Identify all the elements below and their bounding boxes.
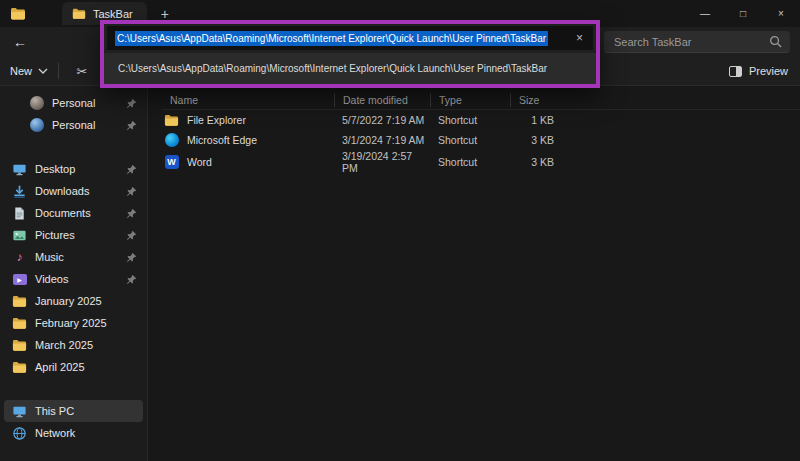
pin-icon [126,274,137,285]
pin-icon [126,208,137,219]
pin-icon [126,98,137,109]
folder-icon [164,113,179,128]
sidebar-item-documents[interactable]: Documents [0,202,147,224]
address-suggestion-item[interactable]: C:\Users\Asus\AppData\Roaming\Microsoft\… [104,53,596,84]
folder-icon [12,294,27,309]
sidebar-item-label: Pictures [35,229,75,241]
word-icon: W [164,155,179,170]
chevron-down-icon [38,68,48,74]
videos-icon: ▶ [12,272,27,287]
network-icon [12,426,27,441]
file-name: Microsoft Edge [187,134,257,146]
sidebar-spacer [0,136,147,158]
file-name: File Explorer [187,114,246,126]
preview-toggle[interactable]: Preview [729,65,788,77]
sidebar-item-label: April 2025 [35,361,85,373]
sidebar-item-label: Desktop [35,163,75,175]
sidebar-item-desktop[interactable]: Desktop [0,158,147,180]
file-type: Shortcut [430,134,510,146]
sidebar-item-january-2025[interactable]: January 2025 [0,290,147,312]
avatar [30,96,44,110]
folder-icon [12,360,27,375]
file-size: 3 KB [510,156,568,168]
pin-icon [126,230,137,241]
file-type: Shortcut [430,156,510,168]
maximize-button[interactable]: □ [724,0,762,27]
sidebar-item-april-2025[interactable]: April 2025 [0,356,147,378]
search-box [604,31,790,53]
this-pc-icon [12,404,27,419]
folder-icon [12,338,27,353]
minimize-button[interactable]: — [686,0,724,27]
sidebar-item-network[interactable]: Network [0,422,147,444]
toolbar-divider [58,63,59,79]
sidebar-item-this-pc[interactable]: This PC [4,400,143,422]
sidebar-item-music[interactable]: ♪ Music [0,246,147,268]
file-name-cell: File Explorer [162,113,334,128]
preview-icon [729,66,742,77]
column-header-name[interactable]: Name [162,93,334,107]
pin-icon [126,164,137,175]
pin-icon [126,186,137,197]
preview-label: Preview [749,65,788,77]
file-name-cell: W Word [162,155,334,170]
sidebar-item-personal-1[interactable]: Personal [0,92,147,114]
table-row-word[interactable]: W Word 3/19/2024 2:57 PM Shortcut 3 KB [162,150,800,170]
column-header-size[interactable]: Size [510,93,568,107]
sidebar-item-label: This PC [35,405,74,417]
sidebar-item-videos[interactable]: ▶ Videos [0,268,147,290]
sidebar-item-label: March 2025 [35,339,93,351]
tab-title: TaskBar [93,8,133,20]
pin-icon [126,120,137,131]
sidebar-item-pictures[interactable]: Pictures [0,224,147,246]
downloads-icon [12,184,27,199]
file-type: Shortcut [430,114,510,126]
explorer-app-icon [10,6,26,22]
sidebar-item-label: Personal [52,119,95,131]
annotation-highlight: C:\Users\Asus\AppData\Roaming\Microsoft\… [100,20,600,88]
music-icon: ♪ [12,250,27,265]
navigation-pane: Personal Personal Desktop Downloads [0,86,148,461]
clear-address-button[interactable]: × [574,31,585,45]
sidebar-spacer [0,378,147,400]
column-header-row: Name Date modified Type Size [162,90,800,110]
sidebar-item-personal-2[interactable]: Personal [0,114,147,136]
cut-button[interactable]: ✂ [69,59,95,83]
sidebar-item-label: January 2025 [35,295,102,307]
column-header-type[interactable]: Type [430,93,510,107]
column-header-date-modified[interactable]: Date modified [334,93,430,107]
file-list: Name Date modified Type Size File Explor… [148,86,800,461]
address-bar-input[interactable]: C:\Users\Asus\AppData\Roaming\Microsoft\… [107,26,593,50]
table-row-file-explorer[interactable]: File Explorer 5/7/2022 7:19 AM Shortcut … [162,110,800,130]
sidebar-item-label: Videos [35,273,68,285]
search-input[interactable] [604,36,769,48]
sidebar-item-label: Personal [52,97,95,109]
sidebar-item-label: Network [35,427,75,439]
folder-icon [12,316,27,331]
search-icon [769,35,782,48]
table-row-microsoft-edge[interactable]: Microsoft Edge 3/1/2024 7:19 AM Shortcut… [162,130,800,150]
sidebar-item-label: Downloads [35,185,89,197]
sidebar-item-label: February 2025 [35,317,107,329]
file-size: 1 KB [510,114,568,126]
sidebar-item-label: Music [35,251,64,263]
window-controls: — □ × [686,0,800,27]
close-button[interactable]: × [762,0,800,27]
back-button[interactable]: ← [6,29,34,55]
desktop-icon [12,162,27,177]
file-name: Word [187,156,212,168]
file-size: 3 KB [510,134,568,146]
pin-icon [126,252,137,263]
file-date: 3/19/2024 2:57 PM [334,150,430,174]
file-name-cell: Microsoft Edge [162,133,334,148]
sidebar-item-february-2025[interactable]: February 2025 [0,312,147,334]
file-explorer-window: TaskBar + — □ × ← New ✂ Preview [0,0,800,461]
content-area: Personal Personal Desktop Downloads [0,86,800,461]
avatar [30,118,44,132]
folder-icon [72,7,86,21]
new-button[interactable]: New [10,65,48,77]
sidebar-item-march-2025[interactable]: March 2025 [0,334,147,356]
sidebar-item-downloads[interactable]: Downloads [0,180,147,202]
file-date: 3/1/2024 7:19 AM [334,134,430,146]
cut-icon: ✂ [77,64,88,79]
